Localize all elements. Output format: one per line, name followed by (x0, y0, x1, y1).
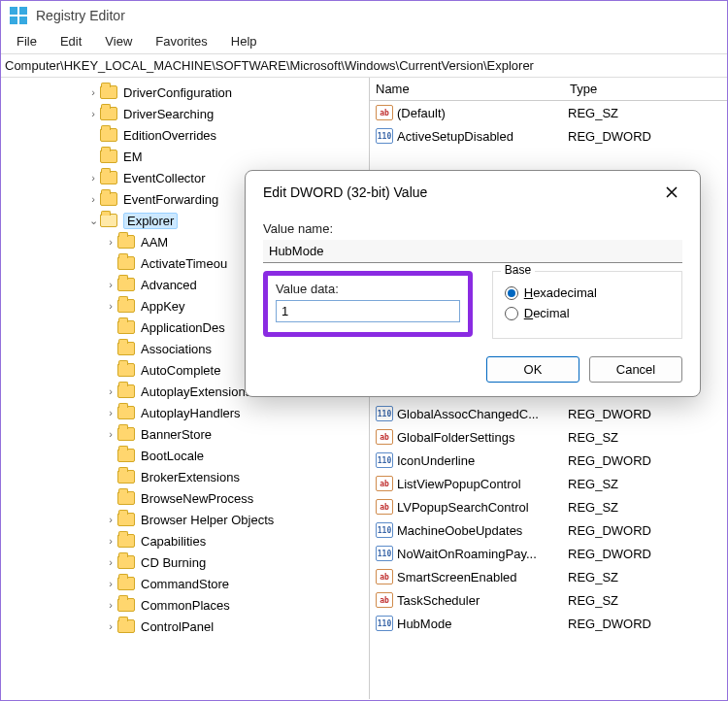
tree-item[interactable]: ›AutoplayHandlers (1, 402, 367, 423)
tree-item-label: EventCollector (123, 171, 206, 185)
chevron-right-icon[interactable]: › (104, 385, 117, 397)
value-row[interactable]: abGlobalFolderSettingsREG_SZ (370, 425, 727, 449)
app-icon (9, 6, 28, 25)
base-groupbox: Base Hexadecimal Decimal (492, 271, 682, 339)
folder-icon (117, 619, 135, 633)
tree-item[interactable]: BrokerExtensions (1, 466, 367, 487)
folder-icon (117, 470, 135, 484)
dialog-title: Edit DWORD (32-bit) Value (263, 184, 427, 200)
tree-item-label: BootLocale (141, 449, 204, 463)
tree-item[interactable]: EM (1, 146, 367, 167)
tree-item-label: AutoplayHandlers (141, 406, 241, 420)
tree-item[interactable]: ›Browser Helper Objects (1, 509, 367, 530)
chevron-right-icon[interactable]: › (104, 599, 117, 611)
value-type: REG_DWORD (568, 407, 651, 421)
folder-icon (117, 278, 135, 291)
chevron-right-icon[interactable]: › (86, 108, 100, 119)
value-name: MachineOobeUpdates (397, 523, 568, 538)
list-header[interactable]: Name Type (370, 78, 727, 101)
tree-item[interactable]: ›CD Burning (1, 551, 367, 573)
cancel-button[interactable]: Cancel (589, 356, 682, 383)
tree-item[interactable]: ›DriverConfiguration (1, 82, 367, 103)
chevron-right-icon[interactable]: › (104, 407, 117, 418)
menu-view[interactable]: View (95, 32, 142, 51)
chevron-right-icon[interactable]: › (104, 556, 117, 568)
dialog-close-button[interactable] (657, 181, 686, 204)
value-row[interactable]: abLVPopupSearchControlREG_SZ (370, 495, 727, 518)
radio-decimal[interactable]: Decimal (505, 306, 666, 320)
tree-item-label: EditionOverrides (123, 128, 216, 143)
tree-item-label: CommandStore (141, 577, 229, 591)
chevron-right-icon[interactable]: › (104, 578, 117, 589)
chevron-right-icon[interactable]: › (104, 236, 117, 248)
menu-file[interactable]: File (7, 32, 47, 51)
radio-dec-input[interactable] (505, 307, 518, 320)
chevron-right-icon[interactable]: › (104, 535, 117, 547)
tree-item[interactable]: ›CommandStore (1, 573, 367, 594)
value-row[interactable]: ab(Default)REG_SZ (370, 101, 727, 124)
value-row[interactable]: 110GlobalAssocChangedC...REG_DWORD (370, 402, 727, 425)
col-header-type[interactable]: Type (564, 82, 727, 96)
folder-icon (117, 256, 135, 270)
reg-sz-icon: ab (376, 592, 393, 608)
tree-item[interactable]: ›ControlPanel (1, 616, 367, 637)
tree-item-label: AAM (141, 235, 168, 250)
tree-item-label: Associations (141, 342, 212, 356)
folder-icon (117, 363, 135, 377)
value-type: REG_SZ (568, 106, 618, 120)
reg-dword-icon: 110 (376, 546, 393, 561)
value-row[interactable]: 110ActiveSetupDisabledREG_DWORD (370, 124, 727, 148)
value-row[interactable]: abSmartScreenEnabledREG_SZ (370, 565, 727, 588)
tree-item[interactable]: ›CommonPlaces (1, 594, 367, 616)
value-name: HubMode (397, 617, 568, 631)
chevron-right-icon[interactable]: › (104, 428, 117, 440)
value-name-field[interactable] (263, 240, 682, 263)
value-data-input[interactable] (276, 300, 460, 322)
value-row[interactable]: 110HubModeREG_DWORD (370, 612, 727, 635)
chevron-right-icon[interactable]: › (86, 172, 100, 184)
tree-item[interactable]: BootLocale (1, 445, 367, 466)
menu-help[interactable]: Help (221, 32, 267, 51)
tree-item-label: Browser Helper Objects (141, 513, 274, 527)
tree-item[interactable]: ›DriverSearching (1, 103, 367, 124)
value-row[interactable]: 110IconUnderlineREG_DWORD (370, 449, 727, 472)
radio-hexadecimal[interactable]: Hexadecimal (505, 285, 666, 300)
value-type: REG_DWORD (568, 523, 651, 538)
chevron-right-icon[interactable]: › (86, 193, 100, 205)
value-type: REG_DWORD (568, 617, 651, 631)
ok-button[interactable]: OK (486, 356, 579, 383)
value-name: (Default) (397, 106, 568, 120)
chevron-down-icon[interactable]: ⌄ (86, 215, 100, 227)
folder-icon (100, 150, 117, 163)
folder-icon (117, 427, 135, 441)
value-row[interactable]: 110MachineOobeUpdatesREG_DWORD (370, 518, 727, 542)
chevron-right-icon[interactable]: › (86, 86, 100, 98)
chevron-right-icon[interactable]: › (104, 514, 117, 525)
tree-item-label: EM (123, 150, 143, 164)
menu-edit[interactable]: Edit (50, 32, 91, 51)
menu-favorites[interactable]: Favorites (146, 32, 216, 51)
value-data-label: Value data: (276, 282, 460, 296)
tree-item[interactable]: ›Capabilities (1, 530, 367, 551)
reg-sz-icon: ab (376, 105, 393, 120)
tree-item[interactable]: BrowseNewProcess (1, 487, 367, 509)
address-bar[interactable]: Computer\HKEY_LOCAL_MACHINE\SOFTWARE\Mic… (1, 53, 727, 78)
value-row[interactable]: abTaskSchedulerREG_SZ (370, 588, 727, 612)
folder-icon (100, 107, 117, 120)
radio-hex-input[interactable] (505, 286, 518, 300)
chevron-right-icon[interactable]: › (104, 300, 117, 312)
tree-item[interactable]: EditionOverrides (1, 124, 367, 146)
folder-icon (100, 85, 117, 99)
value-name-label: Value name: (263, 221, 682, 236)
value-row[interactable]: abListViewPopupControlREG_SZ (370, 472, 727, 495)
chevron-right-icon[interactable]: › (104, 620, 117, 632)
chevron-right-icon[interactable]: › (104, 279, 117, 290)
reg-sz-icon: ab (376, 476, 393, 491)
tree-item[interactable]: ›BannerStore (1, 423, 367, 445)
value-row[interactable]: 110NoWaitOnRoamingPay...REG_DWORD (370, 542, 727, 565)
window-title: Registry Editor (36, 8, 125, 23)
col-header-name[interactable]: Name (370, 82, 564, 96)
edit-dword-dialog: Edit DWORD (32-bit) Value Value name: Va… (245, 170, 701, 397)
folder-icon (117, 406, 135, 419)
tree-item-label: EventForwarding (123, 192, 218, 207)
